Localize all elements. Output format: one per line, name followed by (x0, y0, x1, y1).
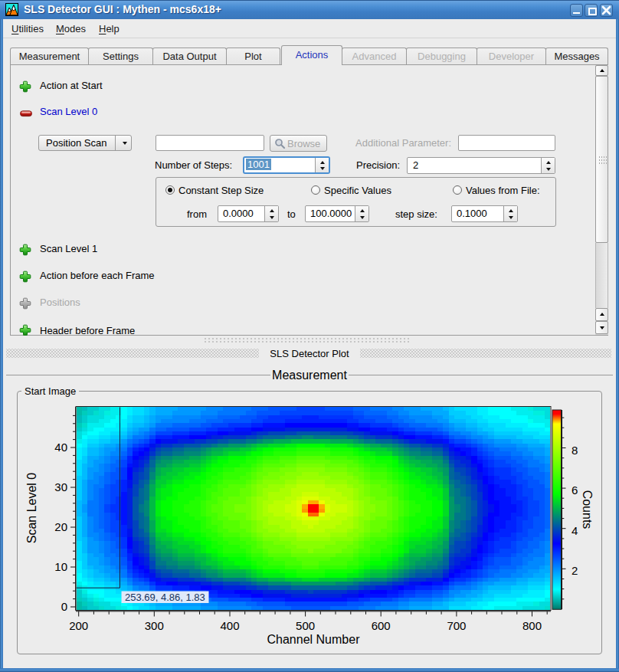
svg-text:6: 6 (572, 484, 578, 497)
svg-text:600: 600 (372, 619, 391, 632)
svg-text:500: 500 (296, 619, 315, 632)
svg-text:30: 30 (54, 480, 67, 493)
svg-text:8: 8 (572, 444, 578, 457)
svg-text:800: 800 (522, 619, 542, 632)
svg-text:Channel Number: Channel Number (267, 633, 361, 646)
svg-text:Counts: Counts (581, 490, 594, 529)
svg-text:10: 10 (54, 560, 67, 573)
svg-text:20: 20 (54, 520, 67, 533)
svg-text:400: 400 (220, 619, 239, 632)
svg-text:300: 300 (145, 619, 164, 632)
svg-text:2: 2 (572, 564, 578, 577)
svg-text:200: 200 (69, 619, 88, 632)
svg-text:700: 700 (447, 619, 466, 632)
svg-text:0: 0 (61, 600, 67, 613)
svg-text:253.69, 4.86, 1.83: 253.69, 4.86, 1.83 (125, 592, 205, 603)
svg-text:Scan Level 0: Scan Level 0 (25, 473, 38, 544)
svg-text:40: 40 (54, 441, 67, 454)
svg-text:4: 4 (572, 524, 578, 537)
